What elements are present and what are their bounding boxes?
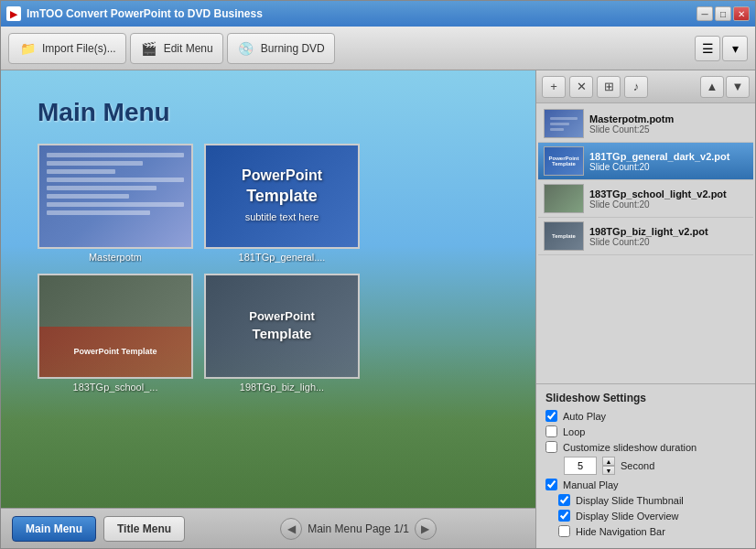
duration-unit-label: Second (621, 460, 654, 471)
auto-play-label: Auto Play (563, 411, 606, 422)
settings-title: Slideshow Settings (545, 392, 746, 404)
main-menu-button[interactable]: Main Menu (12, 516, 96, 542)
slide-image-3: PowerPoint Template (38, 274, 193, 379)
file-name-0: Masterpotm.potm (589, 113, 748, 124)
dvd-icon: 💿 (237, 39, 255, 58)
app-icon: ▶ (6, 6, 21, 21)
display-thumbnail-row: Display Slide Thumbnail (558, 494, 746, 506)
window-controls: ─ □ ✕ (697, 6, 750, 21)
slide-caption-1: Masterpotm (89, 252, 142, 263)
import-files-button[interactable]: 📁 Import File(s)... (8, 33, 126, 64)
remove-file-button[interactable]: ✕ (569, 76, 593, 98)
slide-grid: Masterpotm PowerPoint Template subtitle … (38, 144, 360, 393)
panel-arrows: ▲ ▼ (700, 76, 750, 98)
file-item-1[interactable]: PowerPointTemplate 181TGp_general_dark_v… (538, 143, 753, 180)
preview-title: Main Menu (38, 98, 170, 127)
prev-page-button[interactable]: ◀ (280, 518, 302, 540)
hide-navigation-label: Hide Navigation Bar (576, 526, 665, 537)
edit-menu-button[interactable]: 🎬 Edit Menu (130, 33, 223, 64)
slideshow-icon-button[interactable]: ⊞ (597, 76, 621, 98)
file-info-1: 181TGp_general_dark_v2.pot Slide Count:2… (589, 151, 748, 172)
slide-caption-3: 183TGp_school_... (73, 382, 158, 393)
file-name-3: 198TGp_biz_light_v2.pot (589, 226, 748, 237)
right-panel: + ✕ ⊞ ♪ ▲ ▼ (535, 70, 755, 548)
file-info-3: 198TGp_biz_light_v2.pot Slide Count:20 (589, 226, 748, 247)
main-toolbar: 📁 Import File(s)... 🎬 Edit Menu 💿 Burnin… (1, 27, 755, 70)
add-file-button[interactable]: + (542, 76, 566, 98)
title-menu-button[interactable]: Title Menu (103, 516, 185, 542)
loop-checkbox[interactable] (545, 425, 557, 437)
customize-duration-checkbox[interactable] (545, 441, 557, 453)
page-navigation: ◀ Main Menu Page 1/1 ▶ (280, 518, 437, 540)
file-item-3[interactable]: Template 198TGp_biz_light_v2.pot Slide C… (538, 218, 753, 255)
bottom-navigation: Main Menu Title Menu ◀ Main Menu Page 1/… (1, 508, 535, 548)
duration-input[interactable] (564, 457, 597, 475)
manual-play-checkbox[interactable] (545, 479, 557, 490)
slide-image-4: PowerPoint Template (204, 274, 360, 379)
slide-image-1 (38, 144, 193, 249)
file-meta-0: Slide Count:25 (589, 124, 748, 135)
import-icon: 📁 (18, 39, 37, 58)
customize-duration-label: Customize slideshow duration (563, 442, 697, 453)
slide-thumb-3: PowerPoint Template 183TGp_school_... (38, 274, 193, 393)
display-overview-row: Display Slide Overview (558, 510, 746, 522)
window-title: ImTOO Convert PowerPoint to DVD Business (27, 7, 697, 20)
maximize-button[interactable]: □ (715, 6, 731, 21)
slide-thumb-2: PowerPoint Template subtitle text here 1… (204, 144, 360, 263)
hide-navigation-checkbox[interactable] (558, 525, 570, 537)
file-info-2: 183TGp_school_light_v2.pot Slide Count:2… (589, 188, 748, 210)
app-window: ▶ ImTOO Convert PowerPoint to DVD Busine… (0, 0, 756, 549)
display-overview-label: Display Slide Overview (576, 511, 678, 522)
slide-thumb-1: Masterpotm (38, 144, 193, 263)
file-meta-3: Slide Count:20 (589, 237, 748, 247)
file-thumbnail-1: PowerPointTemplate (544, 146, 584, 176)
display-overview-checkbox[interactable] (558, 510, 570, 522)
duration-control: ▲ ▼ Second (564, 457, 746, 475)
slide-image-2: PowerPoint Template subtitle text here (204, 144, 360, 249)
file-thumbnail-2 (544, 184, 584, 213)
loop-label: Loop (563, 426, 585, 437)
edit-icon: 🎬 (140, 39, 158, 58)
toolbar-right: ☰ ▾ (695, 36, 748, 61)
music-icon-button[interactable]: ♪ (624, 76, 648, 98)
auto-play-checkbox[interactable] (545, 410, 557, 422)
preview-canvas: Main Menu (1, 70, 535, 508)
close-button[interactable]: ✕ (733, 6, 750, 21)
file-list: Masterpotm.potm Slide Count:25 PowerPoin… (536, 103, 755, 383)
slideshow-settings: Slideshow Settings Auto Play Loop Custom… (536, 383, 755, 548)
title-bar: ▶ ImTOO Convert PowerPoint to DVD Busine… (1, 1, 755, 27)
file-name-1: 181TGp_general_dark_v2.pot (589, 151, 748, 162)
manual-play-row: Manual Play (545, 479, 746, 490)
move-up-button[interactable]: ▲ (700, 76, 724, 98)
slide-caption-4: 198TGp_biz_ligh... (240, 382, 324, 393)
duration-up-button[interactable]: ▲ (602, 457, 615, 466)
display-thumbnail-label: Display Slide Thumbnail (576, 495, 684, 506)
display-thumbnail-checkbox[interactable] (558, 494, 570, 506)
move-down-button[interactable]: ▼ (726, 76, 750, 98)
next-page-button[interactable]: ▶ (415, 518, 437, 540)
file-name-2: 183TGp_school_light_v2.pot (589, 188, 748, 199)
duration-spinner: ▲ ▼ (602, 457, 615, 475)
slide-caption-2: 181TGp_general.... (239, 252, 326, 263)
file-item-2[interactable]: 183TGp_school_light_v2.pot Slide Count:2… (538, 180, 753, 218)
slide-thumb-4: PowerPoint Template 198TGp_biz_ligh... (204, 274, 360, 393)
list-view-button[interactable]: ☰ (695, 36, 720, 61)
manual-play-label: Manual Play (563, 479, 619, 490)
hide-navigation-row: Hide Navigation Bar (558, 525, 746, 537)
burning-dvd-button[interactable]: 💿 Burning DVD (227, 33, 335, 64)
file-thumbnail-3: Template (544, 221, 584, 251)
file-thumbnail-0 (544, 109, 584, 138)
auto-play-row: Auto Play (545, 410, 746, 422)
dropdown-button[interactable]: ▾ (722, 36, 748, 61)
main-content: Main Menu (1, 70, 755, 548)
file-meta-1: Slide Count:20 (589, 162, 748, 172)
duration-down-button[interactable]: ▼ (602, 466, 615, 475)
file-item-0[interactable]: Masterpotm.potm Slide Count:25 (538, 105, 753, 143)
file-info-0: Masterpotm.potm Slide Count:25 (589, 113, 748, 135)
minimize-button[interactable]: ─ (697, 6, 713, 21)
page-info-text: Main Menu Page 1/1 (308, 522, 409, 535)
loop-row: Loop (545, 425, 746, 437)
panel-toolbar: + ✕ ⊞ ♪ ▲ ▼ (536, 70, 755, 103)
preview-area: Main Menu (1, 70, 535, 548)
customize-duration-row: Customize slideshow duration (545, 441, 746, 453)
